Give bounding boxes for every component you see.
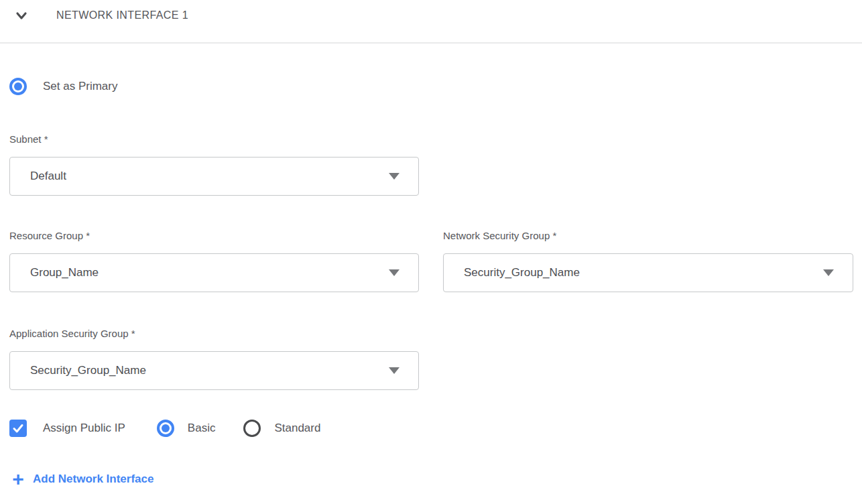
- chevron-down-icon[interactable]: [14, 8, 29, 23]
- basic-radio-label: Basic: [188, 422, 216, 435]
- resource-group-selected-value: Group_Name: [30, 266, 99, 279]
- subnet-select[interactable]: Default: [9, 157, 419, 196]
- set-as-primary-label: Set as Primary: [43, 80, 117, 93]
- section-divider: [0, 42, 862, 44]
- section-header-network-interface-1[interactable]: NETWORK INTERFACE 1: [9, 0, 853, 31]
- standard-radio-label: Standard: [274, 422, 320, 435]
- subnet-selected-value: Default: [30, 170, 66, 183]
- basic-radio[interactable]: [157, 420, 174, 437]
- application-security-group-label: Application Security Group *: [9, 327, 419, 340]
- network-security-group-label: Network Security Group *: [443, 229, 853, 243]
- dropdown-arrow-icon: [389, 269, 399, 276]
- dropdown-arrow-icon: [389, 173, 399, 180]
- dropdown-arrow-icon: [389, 367, 399, 374]
- application-security-group-field: Application Security Group * Security_Gr…: [9, 327, 419, 390]
- application-security-group-selected-value: Security_Group_Name: [30, 364, 146, 377]
- section-title: NETWORK INTERFACE 1: [56, 9, 188, 21]
- standard-radio[interactable]: [243, 420, 261, 437]
- assign-public-ip-checkbox[interactable]: [9, 420, 27, 437]
- resource-group-label: Resource Group *: [9, 229, 419, 243]
- resource-group-field: Resource Group * Group_Name: [9, 229, 419, 292]
- network-security-group-selected-value: Security_Group_Name: [464, 266, 580, 279]
- add-network-interface-label: Add Network Interface: [33, 472, 153, 486]
- resource-group-select[interactable]: Group_Name: [9, 253, 419, 292]
- checkmark-icon: [11, 422, 25, 435]
- network-interface-panel: NETWORK INTERFACE 1 Set as Primary Subne…: [0, 0, 862, 504]
- set-as-primary-radio[interactable]: Set as Primary: [9, 78, 853, 95]
- subnet-label: Subnet *: [9, 133, 419, 146]
- radio-selected-icon[interactable]: [9, 78, 27, 95]
- add-network-interface-button[interactable]: + Add Network Interface: [9, 470, 853, 488]
- plus-icon: +: [9, 470, 27, 488]
- network-security-group-select[interactable]: Security_Group_Name: [443, 253, 853, 292]
- dropdown-arrow-icon: [823, 269, 834, 276]
- network-security-group-field: Network Security Group * Security_Group_…: [443, 229, 853, 292]
- assign-public-ip-label: Assign Public IP: [43, 422, 125, 435]
- application-security-group-select[interactable]: Security_Group_Name: [9, 351, 419, 390]
- subnet-field: Subnet * Default: [9, 133, 419, 196]
